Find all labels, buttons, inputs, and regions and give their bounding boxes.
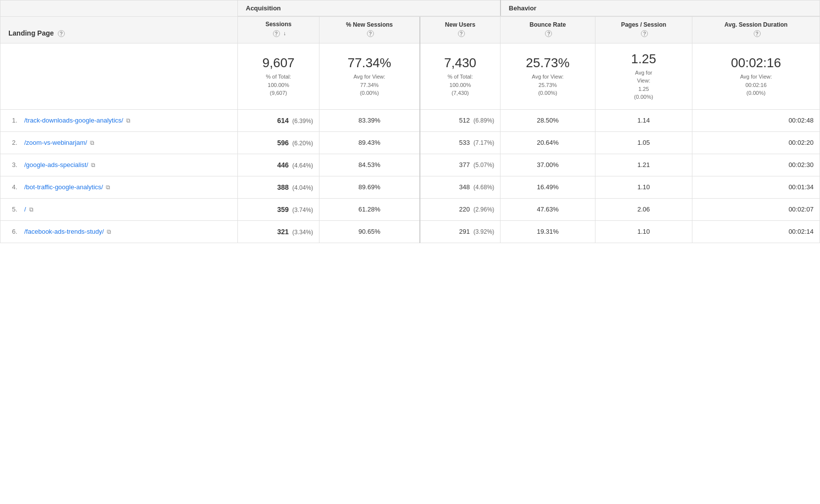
sessions-value: 446: [277, 161, 288, 169]
pct-new-sessions-value: 90.65%: [359, 228, 380, 235]
pct-new-sessions-help-icon[interactable]: ?: [367, 30, 374, 37]
new-users-cell: 348 (4.68%): [420, 176, 501, 198]
new-users-value: 512: [459, 117, 470, 124]
copy-icon[interactable]: ⧉: [90, 139, 94, 146]
totals-row: 9,607 % of Total:100.00%(9,607) 77.34% A…: [0, 43, 820, 109]
pages-session-value: 1.21: [638, 161, 650, 168]
bounce-rate-cell: 47.63%: [501, 198, 595, 220]
landing-page-cell: 6. /facebook-ads-trends-study/ ⧉: [0, 220, 238, 243]
bounce-rate-cell: 16.49%: [501, 176, 595, 198]
copy-icon[interactable]: ⧉: [91, 162, 95, 168]
sessions-value: 596: [277, 139, 288, 147]
landing-page-cell: 2. /zoom-vs-webinarjam/ ⧉: [0, 131, 238, 154]
pct-new-sessions-cell: 84.53%: [319, 154, 420, 176]
page-link[interactable]: /facebook-ads-trends-study/: [24, 228, 104, 235]
avg-session-value: 00:02:48: [788, 117, 814, 124]
avg-session-cell: 00:01:34: [692, 176, 820, 198]
sessions-pct: (6.39%): [291, 118, 313, 125]
sessions-pct: (6.20%): [291, 140, 313, 147]
pct-new-sessions-cell: 89.69%: [319, 176, 420, 198]
pages-session-cell: 2.06: [595, 198, 692, 220]
bounce-rate-value: 16.49%: [537, 183, 558, 191]
totals-sessions: 9,607 % of Total:100.00%(9,607): [238, 43, 319, 109]
pages-session-col-header: Pages / Session ?: [595, 16, 692, 43]
table-row: 2. /zoom-vs-webinarjam/ ⧉ 596 (6.20%)89.…: [0, 131, 820, 154]
sessions-cell: 596 (6.20%): [238, 131, 319, 154]
landing-page-help-icon[interactable]: ?: [58, 30, 65, 37]
new-users-pct: (4.68%): [472, 184, 494, 191]
acquisition-group-header: Acquisition: [238, 0, 501, 17]
empty-group-cell: [0, 0, 238, 17]
new-users-cell: 512 (6.89%): [420, 109, 501, 131]
pct-new-sessions-value: 83.39%: [359, 117, 380, 124]
sessions-value: 359: [277, 206, 288, 213]
landing-page-col-header: Landing Page ?: [0, 16, 238, 43]
row-number: 5.: [6, 206, 21, 213]
bounce-rate-value: 19.31%: [537, 228, 558, 235]
new-users-pct: (6.89%): [472, 117, 494, 124]
pages-session-cell: 1.10: [595, 220, 692, 243]
sessions-pct: (4.64%): [291, 162, 313, 169]
row-number: 1.: [6, 117, 21, 124]
bounce-rate-value: 20.64%: [537, 139, 558, 146]
pages-session-value: 1.05: [638, 139, 650, 146]
group-header-row: Acquisition Behavior: [0, 0, 820, 17]
page-link[interactable]: /zoom-vs-webinarjam/: [24, 139, 87, 146]
page-link[interactable]: /google-ads-specialist/: [24, 161, 88, 168]
sessions-sort-icon[interactable]: ↓: [283, 30, 286, 36]
bounce-rate-col-header: Bounce Rate ?: [501, 16, 595, 43]
analytics-table: Acquisition Behavior Landing Page ? Sess…: [0, 0, 820, 243]
bounce-rate-cell: 19.31%: [501, 220, 595, 243]
table-row: 5. / ⧉ 359 (3.74%)61.28%220 (2.96%)47.63…: [0, 198, 820, 220]
pct-new-sessions-cell: 61.28%: [319, 198, 420, 220]
avg-session-cell: 00:02:20: [692, 131, 820, 154]
pct-new-sessions-value: 61.28%: [359, 206, 380, 213]
page-link[interactable]: /track-downloads-google-analytics/: [24, 117, 123, 124]
landing-page-cell: 3. /google-ads-specialist/ ⧉: [0, 154, 238, 176]
copy-icon[interactable]: ⧉: [106, 184, 110, 191]
new-users-pct: (7.17%): [472, 139, 494, 146]
pct-new-sessions-col-header: % New Sessions ?: [319, 16, 420, 43]
avg-session-help-icon[interactable]: ?: [754, 30, 761, 37]
sessions-cell: 359 (3.74%): [238, 198, 319, 220]
pct-new-sessions-value: 89.43%: [359, 139, 380, 146]
pct-new-sessions-value: 84.53%: [359, 161, 380, 168]
sessions-cell: 388 (4.04%): [238, 176, 319, 198]
table-row: 1. /track-downloads-google-analytics/ ⧉ …: [0, 109, 820, 131]
avg-session-value: 00:02:14: [788, 228, 814, 235]
sessions-cell: 321 (3.34%): [238, 220, 319, 243]
new-users-cell: 291 (3.92%): [420, 220, 501, 243]
new-users-help-icon[interactable]: ?: [458, 30, 465, 37]
new-users-value: 291: [459, 228, 470, 235]
copy-icon[interactable]: ⧉: [29, 206, 34, 213]
pages-session-value: 2.06: [638, 206, 650, 213]
row-number: 3.: [6, 161, 21, 168]
copy-icon[interactable]: ⧉: [126, 117, 131, 124]
sessions-value: 614: [277, 117, 288, 125]
table-row: 6. /facebook-ads-trends-study/ ⧉ 321 (3.…: [0, 220, 820, 243]
avg-session-cell: 00:02:14: [692, 220, 820, 243]
bounce-rate-cell: 28.50%: [501, 109, 595, 131]
page-link[interactable]: /bot-traffic-google-analytics/: [24, 183, 103, 191]
bounce-rate-cell: 37.00%: [501, 154, 595, 176]
avg-session-col-header: Avg. Session Duration ?: [692, 16, 820, 43]
pages-session-help-icon[interactable]: ?: [641, 30, 648, 37]
sessions-value: 321: [277, 228, 288, 236]
copy-icon[interactable]: ⧉: [107, 228, 111, 235]
avg-session-cell: 00:02:07: [692, 198, 820, 220]
sessions-pct: (3.74%): [291, 207, 313, 213]
sessions-cell: 446 (4.64%): [238, 154, 319, 176]
avg-session-value: 00:02:20: [788, 139, 814, 146]
pages-session-value: 1.14: [638, 117, 650, 124]
page-link[interactable]: /: [24, 206, 26, 213]
row-number: 6.: [6, 228, 21, 235]
table-row: 3. /google-ads-specialist/ ⧉ 446 (4.64%)…: [0, 154, 820, 176]
bounce-rate-value: 28.50%: [537, 117, 558, 124]
totals-pct-new-sessions: 77.34% Avg for View:77.34%(0.00%): [319, 43, 420, 109]
sessions-value: 388: [277, 183, 288, 191]
bounce-rate-help-icon[interactable]: ?: [545, 30, 552, 37]
new-users-value: 377: [459, 161, 470, 168]
sessions-help-icon[interactable]: ?: [273, 30, 280, 37]
new-users-cell: 377 (5.07%): [420, 154, 501, 176]
row-number: 2.: [6, 139, 21, 146]
